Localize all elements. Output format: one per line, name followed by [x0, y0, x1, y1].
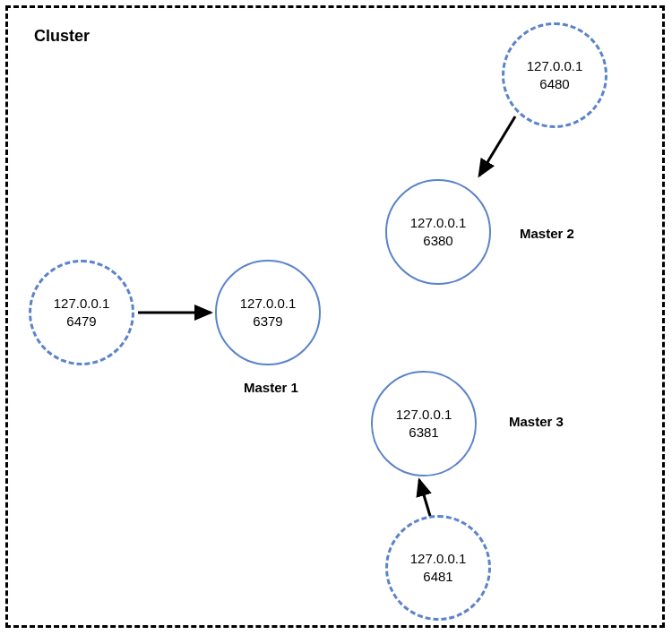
master-label-m2: Master 2	[520, 226, 574, 241]
master-m1-ip: 127.0.0.1	[240, 295, 297, 313]
master-m2-ip: 127.0.0.1	[410, 214, 467, 232]
master-label-m1: Master 1	[244, 380, 298, 395]
master-node-m1: 127.0.0.1 6379	[215, 260, 321, 365]
slave-m2-ip: 127.0.0.1	[527, 57, 583, 75]
slave-m2-port: 6480	[539, 75, 569, 93]
slave-node-m3: 127.0.0.1 6481	[385, 515, 491, 621]
slave-m3-ip: 127.0.0.1	[410, 550, 467, 568]
diagram-stage: Cluster 127.0.0.1 6479 127.0.0.1 6379 Ma…	[0, 0, 672, 635]
master-m3-ip: 127.0.0.1	[396, 406, 452, 424]
slave-m3-port: 6481	[423, 568, 452, 586]
slave-m1-ip: 127.0.0.1	[54, 295, 110, 313]
cluster-title: Cluster	[34, 27, 90, 46]
master-m3-port: 6381	[409, 424, 438, 442]
master-label-m3: Master 3	[509, 414, 564, 429]
slave-node-m1: 127.0.0.1 6479	[29, 260, 134, 365]
master-node-m3: 127.0.0.1 6381	[371, 371, 477, 476]
slave-m1-port: 6479	[66, 313, 96, 330]
slave-node-m2: 127.0.0.1 6480	[502, 22, 607, 128]
master-node-m2: 127.0.0.1 6380	[385, 179, 491, 285]
master-m2-port: 6380	[423, 232, 452, 250]
master-m1-port: 6379	[253, 313, 282, 330]
